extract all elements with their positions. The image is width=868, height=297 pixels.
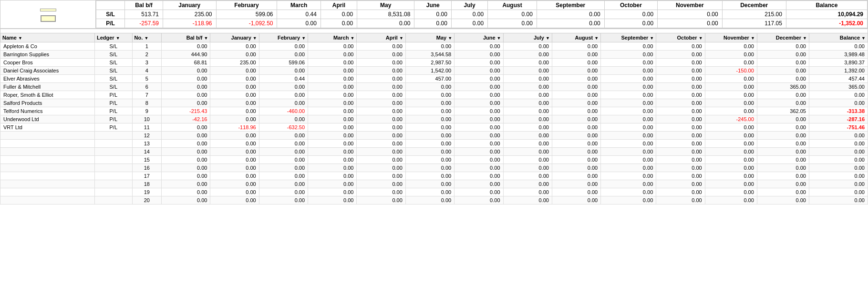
table-row: 160.000.000.000.000.000.000.000.000.000.… — [0, 164, 868, 172]
table-row: Daniel Craig AssociatesS/L40.000.000.000… — [0, 67, 868, 75]
header-june: June — [414, 1, 452, 10]
table-row: 200.000.000.000.000.000.000.000.000.000.… — [0, 196, 868, 205]
table-row: 190.000.000.000.000.000.000.000.000.000.… — [0, 188, 868, 196]
col-header-jan[interactable]: January ▼ — [210, 33, 259, 42]
header-august: August — [488, 1, 537, 10]
header-october: October — [604, 1, 658, 10]
table-row: 130.000.000.000.000.000.000.000.000.000.… — [0, 140, 868, 148]
table-row: Telford NumericsP/L9-215.430.00-460.000.… — [0, 107, 868, 115]
header-april: April — [320, 1, 357, 10]
col-header-aug[interactable]: August ▼ — [552, 33, 600, 42]
header-november: November — [658, 1, 722, 10]
col-header-balance[interactable]: Balance ▼ — [809, 33, 868, 42]
col-header-no[interactable]: No. ▼ — [132, 33, 161, 42]
header-december: December — [722, 1, 786, 10]
table-row: Underwood LtdP/L10-42.160.000.000.000.00… — [0, 115, 868, 123]
table-row: Cooper BrosS/L368.81235.00599.060.000.00… — [0, 59, 868, 67]
col-header-apr[interactable]: April ▼ — [357, 33, 405, 42]
col-header-feb[interactable]: February ▼ — [259, 33, 308, 42]
sort-method-value — [40, 9, 56, 11]
col-header-oct[interactable]: October ▼ — [656, 33, 705, 42]
header-february: February — [216, 1, 277, 10]
table-row: 180.000.000.000.000.000.000.000.000.000.… — [0, 180, 868, 188]
summary-sl-row: S/L513.71235.00599.060.440.008,531.080.0… — [96, 10, 868, 19]
main-header-row: Name ▼ Ledger ▼ No. ▼ Bal b/f ▼ January … — [0, 33, 868, 42]
sort-button[interactable] — [41, 15, 56, 22]
col-header-mar[interactable]: March ▼ — [308, 33, 357, 42]
summary-pl-row: P/L-257.59-118.96-1,092.500.000.000.000.… — [96, 19, 868, 28]
col-header-ledger[interactable]: Ledger ▼ — [94, 33, 132, 42]
table-row: Roper, Smoth & ElliotP/L70.000.000.000.0… — [0, 91, 868, 99]
table-row: Appleton & CoS/L10.000.000.000.000.000.0… — [0, 42, 868, 51]
col-header-jul[interactable]: July ▼ — [503, 33, 552, 42]
col-header-nov[interactable]: November ▼ — [705, 33, 757, 42]
col-header-name[interactable]: Name ▼ — [0, 33, 95, 42]
header-september: September — [537, 1, 604, 10]
col-header-may[interactable]: May ▼ — [405, 33, 454, 42]
table-row: 150.000.000.000.000.000.000.000.000.000.… — [0, 156, 868, 164]
table-row: 140.000.000.000.000.000.000.000.000.000.… — [0, 148, 868, 156]
header-july: July — [451, 1, 487, 10]
table-row: Barrington SuppliesS/L2444.900.000.000.0… — [0, 51, 868, 59]
header-may: May — [357, 1, 414, 10]
summary-header-row: Bal b/f January February March April May… — [96, 1, 868, 10]
table-row: Fuller & MitchellS/L60.000.000.000.000.0… — [0, 83, 868, 91]
sort-panel — [0, 0, 96, 28]
header-balance: Balance — [786, 1, 867, 10]
table-row: Salford ProductsP/L80.000.000.000.000.00… — [0, 99, 868, 107]
table-row: 170.000.000.000.000.000.000.000.000.000.… — [0, 172, 868, 180]
col-header-sep[interactable]: September ▼ — [601, 33, 656, 42]
table-row: 120.000.000.000.000.000.000.000.000.000.… — [0, 132, 868, 140]
header-balbf: Bal b/f — [125, 1, 163, 10]
header-march: March — [277, 1, 320, 10]
col-header-balbf[interactable]: Bal b/f ▼ — [162, 33, 210, 42]
col-header-jun[interactable]: June ▼ — [455, 33, 503, 42]
table-row: Elver AbrasivesS/L50.000.000.440.000.004… — [0, 75, 868, 83]
table-row: VRT LtdP/L110.00-118.96-632.500.000.000.… — [0, 123, 868, 132]
header-january: January — [163, 1, 217, 10]
col-header-dec[interactable]: December ▼ — [757, 33, 809, 42]
